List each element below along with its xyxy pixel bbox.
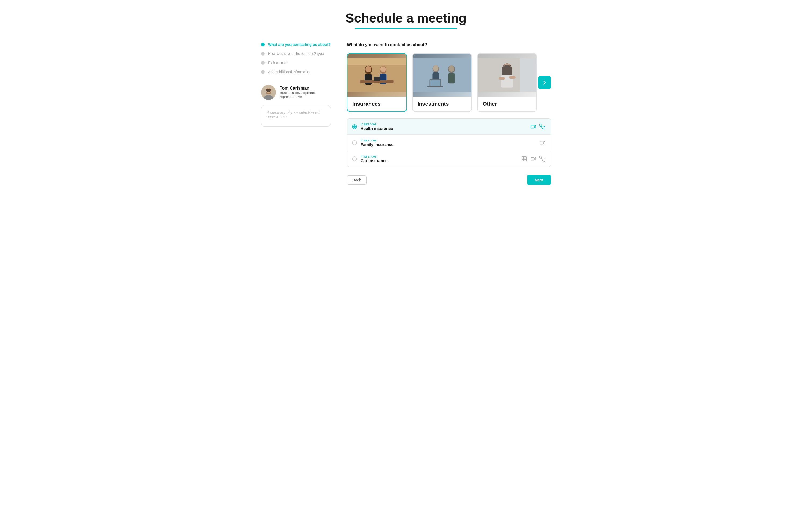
steps-list: What are you contacting us about? How wo…	[261, 42, 331, 74]
investments-image	[413, 54, 472, 96]
step4-dot	[261, 70, 265, 74]
step2-dot	[261, 52, 265, 56]
insurances-label: Insurances	[347, 96, 406, 111]
section-question: What do you want to contact us about?	[347, 42, 551, 47]
phone-icon-car	[539, 155, 546, 162]
family-category-label: Insurances	[361, 138, 539, 142]
phone-icon	[539, 123, 546, 130]
video-icon-car	[530, 155, 537, 162]
insurances-image	[347, 54, 406, 96]
radio-family	[352, 140, 357, 145]
video-icon	[530, 123, 537, 130]
car-icons	[521, 155, 546, 162]
car-insurance-text: Insurances Car insurance	[361, 154, 521, 163]
health-insurance-text: Insurances Health insurance	[361, 122, 530, 131]
svg-point-11	[365, 66, 371, 72]
svg-point-14	[380, 66, 386, 72]
step2-label: How would you like to meet? type	[268, 51, 324, 56]
page-header: Schedule a meeting	[261, 11, 551, 29]
video-icon-family	[539, 139, 546, 146]
radio-health	[352, 124, 357, 129]
svg-point-4	[266, 89, 271, 92]
family-insurance-name: Family insurance	[361, 142, 539, 147]
page-title: Schedule a meeting	[261, 11, 551, 26]
svg-rect-38	[520, 59, 536, 92]
category-card-insurances[interactable]: Insurances	[347, 53, 407, 112]
radio-health-inner	[353, 125, 356, 128]
svg-rect-28	[413, 59, 472, 92]
action-buttons: Back Next	[347, 175, 551, 185]
summary-box: A summary of your selection will appear …	[261, 105, 331, 127]
next-category-button[interactable]	[538, 76, 551, 89]
agent-name: Tom Carlsman	[280, 86, 331, 91]
step1-dot	[261, 43, 265, 46]
family-insurance-text: Insurances Family insurance	[361, 138, 539, 147]
category-card-investments[interactable]: Investments	[412, 53, 472, 112]
back-button[interactable]: Back	[347, 176, 366, 185]
option-health-insurance[interactable]: Insurances Health insurance	[347, 119, 551, 135]
svg-rect-17	[347, 59, 406, 65]
radio-car	[352, 156, 357, 161]
svg-marker-49	[534, 157, 536, 160]
sidebar-item-step3[interactable]: Pick a time!	[261, 61, 331, 65]
svg-rect-43	[522, 156, 526, 161]
agent-card: Tom Carlsman Business development repres…	[261, 85, 331, 100]
sidebar: What are you contacting us about? How wo…	[261, 42, 331, 127]
step3-label: Pick a time!	[268, 61, 287, 65]
sidebar-item-step4[interactable]: Add additional information	[261, 70, 331, 74]
svg-rect-48	[531, 157, 534, 160]
svg-marker-42	[543, 141, 545, 144]
insurance-options: Insurances Health insurance	[347, 118, 551, 167]
step4-label: Add additional information	[268, 70, 311, 74]
sidebar-item-step2[interactable]: How would you like to meet? type	[261, 51, 331, 56]
health-insurance-name: Health insurance	[361, 126, 530, 131]
family-icons	[539, 139, 546, 146]
car-category-label: Insurances	[361, 154, 521, 158]
agent-title: Business development representative	[280, 91, 331, 99]
svg-rect-41	[540, 141, 543, 144]
investments-label: Investments	[413, 96, 472, 111]
building-icon	[521, 155, 528, 162]
svg-marker-40	[534, 125, 536, 128]
category-card-other[interactable]: Other	[477, 53, 537, 112]
other-image	[478, 54, 536, 96]
summary-placeholder: A summary of your selection will appear …	[267, 110, 320, 119]
car-insurance-name: Car insurance	[361, 158, 521, 163]
sidebar-item-step1[interactable]: What are you contacting us about?	[261, 42, 331, 47]
other-label: Other	[478, 96, 536, 111]
avatar	[261, 85, 276, 100]
health-category-label: Insurances	[361, 122, 530, 126]
main-layout: What are you contacting us about? How wo…	[261, 42, 551, 185]
category-cards: Insurances	[347, 53, 537, 112]
content-area: What do you want to contact us about?	[347, 42, 551, 185]
svg-rect-10	[365, 74, 372, 85]
option-family-insurance[interactable]: Insurances Family insurance	[347, 135, 551, 151]
header-underline	[355, 28, 457, 29]
option-car-insurance[interactable]: Insurances Car insurance	[347, 151, 551, 167]
step1-label: What are you contacting us about?	[268, 42, 331, 47]
svg-rect-39	[531, 125, 534, 128]
svg-rect-16	[374, 77, 380, 81]
health-icons	[530, 123, 546, 130]
agent-info: Tom Carlsman Business development repres…	[280, 86, 331, 99]
next-button[interactable]: Next	[527, 175, 551, 185]
step3-dot	[261, 61, 265, 65]
